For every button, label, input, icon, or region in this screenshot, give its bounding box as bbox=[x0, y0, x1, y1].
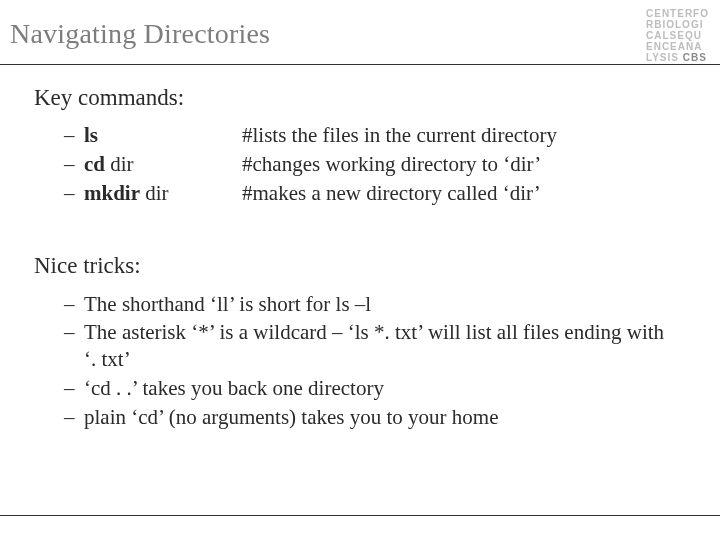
trick-text: plain ‘cd’ (no arguments) takes you to y… bbox=[84, 405, 498, 429]
tricks-heading: Nice tricks: bbox=[34, 251, 680, 280]
page-title: Navigating Directories bbox=[10, 18, 720, 50]
command-name: mkdir dir bbox=[84, 180, 242, 207]
trick-item: plain ‘cd’ (no arguments) takes you to y… bbox=[64, 404, 680, 431]
command-desc: #changes working directory to ‘dir’ bbox=[242, 151, 541, 178]
trick-text: The shorthand ‘ll’ is short for ls –l bbox=[84, 292, 371, 316]
command-name: cd dir bbox=[84, 151, 242, 178]
trick-item: ‘cd . .’ takes you back one directory bbox=[64, 375, 680, 402]
trick-item: The shorthand ‘ll’ is short for ls –l bbox=[64, 291, 680, 318]
logo-line: CALSEQU bbox=[646, 30, 702, 41]
logo-line: ENCEANA bbox=[646, 41, 702, 52]
org-logo: CENTERFO RBIOLOGI CALSEQU ENCEANA LYSIS … bbox=[646, 6, 720, 62]
logo-line: RBIOLOGI bbox=[646, 19, 703, 30]
trick-item: The asterisk ‘*’ is a wildcard – ‘ls *. … bbox=[64, 319, 680, 373]
logo-cbs: CBS bbox=[683, 52, 707, 62]
command-item: ls #lists the files in the current direc… bbox=[64, 122, 680, 149]
command-item: mkdir dir #makes a new directory called … bbox=[64, 180, 680, 207]
divider-bottom bbox=[0, 515, 720, 516]
logo-line: CENTERFO bbox=[646, 8, 709, 19]
commands-list: ls #lists the files in the current direc… bbox=[34, 122, 680, 207]
logo-line: LYSIS bbox=[646, 52, 683, 62]
command-name: ls bbox=[84, 122, 242, 149]
command-item: cd dir #changes working directory to ‘di… bbox=[64, 151, 680, 178]
title-bar: Navigating Directories bbox=[0, 0, 720, 58]
tricks-list: The shorthand ‘ll’ is short for ls –l Th… bbox=[34, 291, 680, 431]
command-desc: #makes a new directory called ‘dir’ bbox=[242, 180, 541, 207]
trick-text: ‘cd . .’ takes you back one directory bbox=[84, 376, 384, 400]
commands-heading: Key commands: bbox=[34, 83, 680, 112]
trick-text: The asterisk ‘*’ is a wildcard – ‘ls *. … bbox=[84, 320, 664, 371]
slide-content: Key commands: ls #lists the files in the… bbox=[0, 65, 720, 431]
command-desc: #lists the files in the current director… bbox=[242, 122, 557, 149]
